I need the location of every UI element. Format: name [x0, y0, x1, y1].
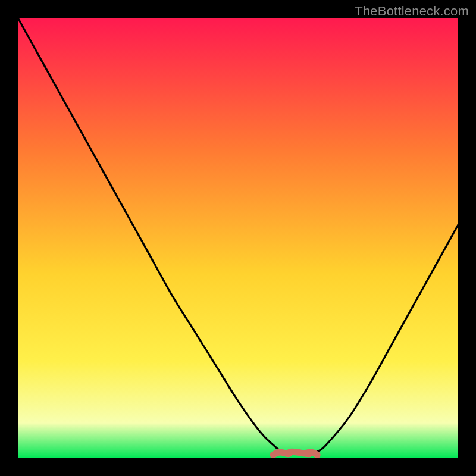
- gradient-background: [18, 18, 458, 458]
- chart-frame: TheBottleneck.com: [0, 0, 476, 476]
- valley-marker: [273, 452, 317, 455]
- bottleneck-chart: [18, 18, 458, 458]
- watermark-label: TheBottleneck.com: [355, 4, 469, 19]
